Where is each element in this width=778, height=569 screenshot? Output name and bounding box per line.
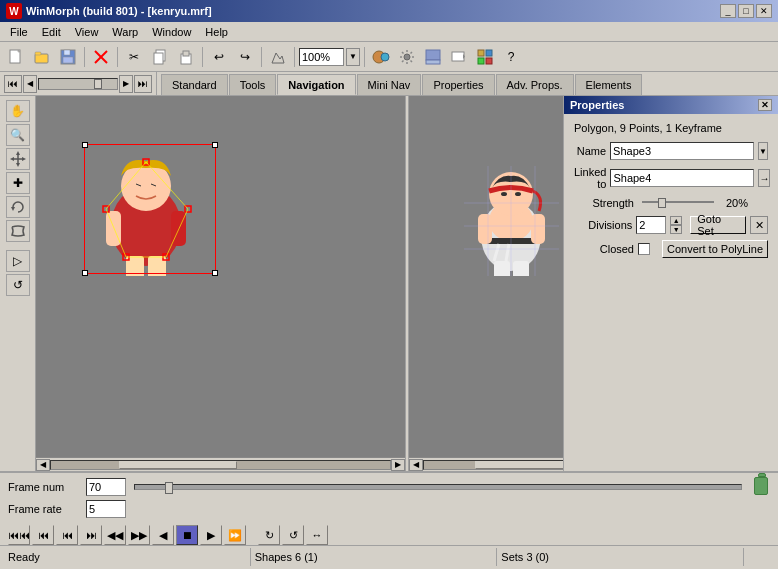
tool-hand[interactable]: ✋ <box>6 100 30 122</box>
transport-prev-key[interactable]: ⏮ <box>32 525 54 545</box>
tab-advprops[interactable]: Adv. Props. <box>496 74 574 95</box>
handle-br[interactable] <box>212 270 218 276</box>
window-controls[interactable]: _ □ ✕ <box>720 4 772 18</box>
tab-mininav[interactable]: Mini Nav <box>357 74 422 95</box>
toolbar-undo[interactable]: ↩ <box>207 46 231 68</box>
svg-marker-29 <box>22 157 26 161</box>
separator-4 <box>261 47 262 67</box>
linked-input[interactable] <box>610 169 754 187</box>
toolbar-action1[interactable] <box>369 46 393 68</box>
transport-prev-frame[interactable]: ◀◀ <box>104 525 126 545</box>
minimize-button[interactable]: _ <box>720 4 736 18</box>
svg-rect-22 <box>478 58 484 64</box>
zoom-dropdown[interactable]: ▼ <box>346 48 360 66</box>
transport-bounce[interactable]: ↔ <box>306 525 328 545</box>
divisions-label: Divisions <box>574 219 632 231</box>
left-scroll-left[interactable]: ◀ <box>36 459 50 471</box>
toolbar-extra1[interactable] <box>473 46 497 68</box>
transport-pingpong[interactable]: ↺ <box>282 525 304 545</box>
closed-checkbox[interactable] <box>638 243 650 255</box>
tool-redo[interactable]: ↺ <box>6 274 30 296</box>
left-canvas[interactable] <box>36 96 405 457</box>
divisions-spinner[interactable]: ▲ ▼ <box>670 216 682 234</box>
tool-zoom[interactable]: 🔍 <box>6 124 30 146</box>
tool-warp[interactable] <box>6 220 30 242</box>
tab-tools[interactable]: Tools <box>229 74 277 95</box>
tab-navigation[interactable]: Navigation <box>277 74 355 95</box>
nav-back-button[interactable]: ◀ <box>23 75 37 93</box>
toolbar-cut[interactable]: ✂ <box>122 46 146 68</box>
right-scroll-left[interactable]: ◀ <box>409 459 423 471</box>
frame-rate-input[interactable] <box>86 500 126 518</box>
toolbar-redo[interactable]: ↪ <box>233 46 257 68</box>
left-scroll-track[interactable] <box>50 460 391 470</box>
handle-tr[interactable] <box>212 142 218 148</box>
close-button[interactable]: ✕ <box>756 4 772 18</box>
transport-play-end[interactable]: ⏩ <box>224 525 246 545</box>
toolbar-preview[interactable] <box>447 46 471 68</box>
linked-arrow-button[interactable]: → <box>758 169 770 187</box>
left-scroll-thumb <box>119 461 238 469</box>
transport-begin-begin[interactable]: ⏮⏮ <box>8 525 30 545</box>
frame-slider-thumb <box>165 482 173 494</box>
nav-first-button[interactable]: ⏮ <box>4 75 22 93</box>
divisions-x-button[interactable]: ✕ <box>750 216 768 234</box>
toolbar-open[interactable] <box>30 46 54 68</box>
transport-loop[interactable]: ↻ <box>258 525 280 545</box>
toolbar-export[interactable] <box>421 46 445 68</box>
toolbar-settings[interactable] <box>395 46 419 68</box>
menu-file[interactable]: File <box>4 24 34 40</box>
tab-standard[interactable]: Standard <box>161 74 228 95</box>
strength-track <box>642 201 714 203</box>
tab-elements[interactable]: Elements <box>575 74 643 95</box>
name-input[interactable] <box>610 142 754 160</box>
svg-rect-10 <box>154 53 163 64</box>
toolbar-save[interactable] <box>56 46 80 68</box>
toolbar-tool1[interactable] <box>266 46 290 68</box>
tool-arrow[interactable]: ▷ <box>6 250 30 272</box>
toolbar-paste[interactable] <box>174 46 198 68</box>
frame-slider-track[interactable] <box>134 484 742 490</box>
menu-warp[interactable]: Warp <box>106 24 144 40</box>
toolbar-new[interactable] <box>4 46 28 68</box>
nav-last-button[interactable]: ⏭ <box>134 75 152 93</box>
convert-button[interactable]: Convert to PolyLine <box>662 240 768 258</box>
left-scroll-right[interactable]: ▶ <box>391 459 405 471</box>
frame-num-input[interactable] <box>86 478 126 496</box>
status-sets: Sets 3 (0) <box>497 548 744 566</box>
transport-next-frame[interactable]: ▶▶ <box>128 525 150 545</box>
divisions-up[interactable]: ▲ <box>670 216 682 225</box>
transport-first[interactable]: ⏮ <box>56 525 78 545</box>
svg-rect-58 <box>513 261 529 276</box>
toolbar-help[interactable]: ? <box>499 46 523 68</box>
menu-view[interactable]: View <box>69 24 105 40</box>
menu-help[interactable]: Help <box>199 24 234 40</box>
maximize-button[interactable]: □ <box>738 4 754 18</box>
strength-slider[interactable] <box>638 196 718 210</box>
tab-properties[interactable]: Properties <box>422 74 494 95</box>
transport-play[interactable]: ▶ <box>200 525 222 545</box>
svg-point-15 <box>404 54 410 60</box>
menu-window[interactable]: Window <box>146 24 197 40</box>
svg-rect-2 <box>35 54 48 63</box>
name-dropdown[interactable]: ▼ <box>758 142 768 160</box>
transport-last[interactable]: ⏭ <box>80 525 102 545</box>
nav-fwd-button[interactable]: ▶ <box>119 75 133 93</box>
frame-rate-label: Frame rate <box>8 503 78 515</box>
menu-edit[interactable]: Edit <box>36 24 67 40</box>
tool-resize[interactable] <box>6 148 30 170</box>
toolbar-delete[interactable] <box>89 46 113 68</box>
nav-slider[interactable] <box>38 78 118 90</box>
properties-close-button[interactable]: ✕ <box>758 99 772 111</box>
divisions-down[interactable]: ▼ <box>670 225 682 234</box>
name-label: Name <box>574 145 606 157</box>
status-bar: Ready Shapes 6 (1) Sets 3 (0) <box>0 545 778 567</box>
transport-play-back[interactable]: ◀ <box>152 525 174 545</box>
divisions-input[interactable] <box>636 216 666 234</box>
transport-stop[interactable]: ⏹ <box>176 525 198 545</box>
tool-move[interactable]: ✚ <box>6 172 30 194</box>
toolbar-copy[interactable] <box>148 46 172 68</box>
goto-set-button[interactable]: Goto Set <box>690 216 746 234</box>
zoom-input[interactable] <box>299 48 344 66</box>
tool-rotate[interactable] <box>6 196 30 218</box>
